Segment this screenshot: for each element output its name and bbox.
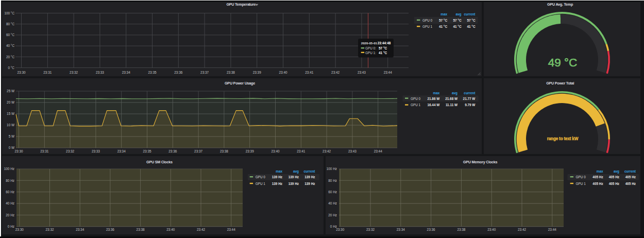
svg-text:23:34: 23:34 — [76, 228, 84, 231]
svg-text:23:44: 23:44 — [384, 71, 392, 74]
svg-text:23:38: 23:38 — [457, 228, 465, 231]
svg-text:23:36: 23:36 — [427, 228, 435, 231]
svg-text:57 °C: 57 °C — [453, 19, 461, 22]
svg-text:GPU 1: GPU 1 — [411, 103, 421, 107]
svg-text:23:39: 23:39 — [246, 149, 254, 153]
svg-text:23:35: 23:35 — [143, 149, 151, 153]
svg-text:23:32: 23:32 — [366, 228, 375, 231]
svg-text:100 °C: 100 °C — [4, 11, 14, 15]
svg-text:100 Hz: 100 Hz — [327, 167, 337, 171]
svg-text:60 Hz: 60 Hz — [328, 190, 337, 194]
svg-text:GPU 1: GPU 1 — [576, 182, 586, 185]
svg-text:15 W: 15 W — [7, 112, 15, 115]
svg-text:max: max — [440, 12, 447, 16]
svg-text:21.86 W: 21.86 W — [427, 97, 440, 100]
svg-text:80 °C: 80 °C — [6, 22, 14, 26]
svg-text:current: current — [624, 169, 636, 173]
svg-text:23:42: 23:42 — [331, 71, 340, 74]
svg-text:21.77 W: 21.77 W — [463, 97, 476, 100]
svg-text:139 Hz: 139 Hz — [272, 175, 282, 179]
svg-text:80 Hz: 80 Hz — [6, 179, 14, 182]
svg-text:23:32: 23:32 — [70, 71, 78, 74]
svg-text:23:31: 23:31 — [40, 149, 48, 153]
svg-text:57 °C: 57 °C — [379, 46, 387, 50]
svg-text:23:30: 23:30 — [15, 228, 24, 231]
svg-text:GPU 1: GPU 1 — [422, 25, 433, 28]
svg-text:GPU SM Clocks: GPU SM Clocks — [146, 160, 173, 164]
svg-text:GPU Memory Clocks: GPU Memory Clocks — [463, 160, 498, 164]
svg-text:23:38: 23:38 — [220, 149, 228, 153]
svg-text:23:40: 23:40 — [279, 71, 287, 74]
svg-text:GPU 0: GPU 0 — [576, 175, 586, 179]
svg-text:GPU 0:: GPU 0: — [365, 46, 376, 50]
svg-text:23:35: 23:35 — [148, 71, 157, 74]
svg-text:23:44: 23:44 — [374, 149, 382, 153]
svg-text:57 °C: 57 °C — [467, 19, 475, 22]
svg-text:57 °C: 57 °C — [439, 19, 447, 22]
svg-text:max: max — [433, 91, 440, 95]
svg-text:GPU 1: GPU 1 — [256, 182, 266, 185]
svg-text:23:42: 23:42 — [197, 228, 205, 231]
svg-text:range to text kW: range to text kW — [547, 137, 579, 141]
svg-text:405 Hz: 405 Hz — [592, 175, 603, 179]
svg-text:139 Hz: 139 Hz — [272, 182, 282, 185]
svg-text:20 Hz: 20 Hz — [328, 213, 337, 217]
svg-text:23:44:48: 23:44:48 — [378, 41, 391, 45]
svg-text:23:41: 23:41 — [305, 71, 313, 74]
svg-text:80 Hz: 80 Hz — [328, 179, 337, 182]
svg-text:23:32: 23:32 — [46, 228, 54, 231]
svg-text:23:36: 23:36 — [174, 71, 182, 74]
svg-text:11.11 W: 11.11 W — [446, 103, 458, 107]
svg-text:100 Hz: 100 Hz — [4, 167, 14, 171]
svg-text:avg: avg — [455, 12, 461, 16]
svg-text:40 Hz: 40 Hz — [6, 201, 14, 205]
svg-text:5 W: 5 W — [9, 134, 15, 138]
svg-text:23:34: 23:34 — [117, 149, 126, 153]
svg-text:max: max — [597, 169, 603, 173]
svg-text:40 Hz: 40 Hz — [328, 201, 337, 205]
svg-text:23:42: 23:42 — [518, 228, 526, 231]
svg-text:GPU 0: GPU 0 — [411, 97, 421, 100]
svg-text:23:38: 23:38 — [227, 71, 235, 74]
svg-text:23:31: 23:31 — [43, 71, 52, 74]
svg-text:139 Hz: 139 Hz — [289, 175, 299, 179]
svg-text:23:44: 23:44 — [548, 228, 556, 231]
svg-text:GPU Power Total: GPU Power Total — [546, 81, 574, 86]
svg-text:23:30: 23:30 — [18, 71, 26, 74]
svg-text:49 °C: 49 °C — [548, 56, 578, 69]
svg-text:current: current — [303, 169, 315, 173]
svg-text:23:43: 23:43 — [358, 71, 366, 74]
svg-text:405 Hz: 405 Hz — [625, 175, 636, 179]
svg-text:23:40: 23:40 — [166, 228, 175, 231]
svg-text:max: max — [276, 169, 282, 173]
svg-text:GPU 0: GPU 0 — [256, 175, 266, 179]
svg-text:2020-05-01: 2020-05-01 — [361, 41, 378, 45]
svg-text:0 Hz: 0 Hz — [8, 225, 14, 228]
svg-text:20 Hz: 20 Hz — [6, 213, 14, 217]
svg-text:41 °C: 41 °C — [467, 25, 475, 28]
svg-text:16.44 W: 16.44 W — [427, 103, 440, 107]
svg-text:avg: avg — [614, 169, 619, 174]
svg-text:405 Hz: 405 Hz — [625, 182, 636, 185]
svg-text:avg: avg — [452, 91, 457, 95]
svg-text:405 Hz: 405 Hz — [592, 182, 603, 185]
svg-text:23:37: 23:37 — [200, 71, 209, 74]
svg-text:avg: avg — [293, 169, 299, 174]
svg-text:0 W: 0 W — [9, 146, 15, 149]
svg-text:GPU Temperature: GPU Temperature — [226, 2, 256, 7]
svg-text:23:33: 23:33 — [96, 71, 104, 74]
svg-text:23:37: 23:37 — [194, 149, 202, 153]
svg-text:41 °C: 41 °C — [439, 25, 447, 28]
svg-text:139 Hz: 139 Hz — [304, 175, 315, 179]
svg-text:23:40: 23:40 — [272, 149, 280, 153]
svg-text:9.79 W: 9.79 W — [465, 103, 476, 107]
svg-text:21.68 W: 21.68 W — [445, 97, 458, 100]
svg-text:23:41: 23:41 — [297, 149, 305, 153]
svg-text:23:30: 23:30 — [15, 149, 23, 153]
svg-text:10 W: 10 W — [7, 123, 15, 127]
svg-text:23:36: 23:36 — [168, 149, 177, 153]
svg-text:139 Hz: 139 Hz — [304, 182, 315, 185]
svg-text:23:44: 23:44 — [227, 228, 235, 231]
svg-text:23:30: 23:30 — [336, 228, 344, 231]
svg-text:GPU 1:: GPU 1: — [365, 51, 376, 55]
